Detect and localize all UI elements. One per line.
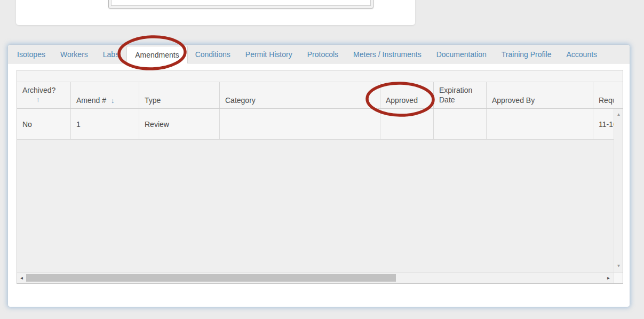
column-label: Archived?: [22, 86, 55, 94]
scroll-down-icon[interactable]: ▼: [614, 264, 623, 269]
cell-amend-num: 1: [70, 109, 139, 139]
upper-panel: [16, 0, 415, 25]
cell-expiration-date: [433, 109, 486, 139]
amendments-grid: Archived? ↑ Amend #↓ Type Category Appro…: [17, 70, 623, 284]
column-label: Approved: [386, 96, 418, 105]
vertical-scrollbar[interactable]: ▲ ▼: [614, 109, 623, 272]
scroll-up-icon[interactable]: ▲: [614, 112, 623, 117]
column-label: Type: [145, 96, 161, 105]
cell-requested: 11-16: [593, 109, 614, 139]
column-label: Approved By: [492, 96, 535, 105]
sort-desc-icon: ↓: [111, 97, 115, 105]
grid-toolbar: [17, 70, 623, 82]
grid-body: No 1 Review 11-16 ▲ ▼: [17, 109, 623, 272]
tab-training-profile[interactable]: Training Profile: [494, 46, 559, 63]
permit-details-panel: Isotopes Workers Labs Amendments Conditi…: [7, 44, 630, 307]
horizontal-scrollbar[interactable]: ◄ ►: [17, 272, 623, 283]
column-label: Expiration Date: [439, 86, 472, 104]
tab-conditions[interactable]: Conditions: [188, 46, 238, 63]
scroll-left-icon[interactable]: ◄: [17, 273, 26, 283]
column-header-amend-num[interactable]: Amend #↓: [70, 82, 139, 108]
upper-text-input[interactable]: [111, 0, 371, 6]
tab-protocols[interactable]: Protocols: [300, 46, 346, 63]
tab-workers[interactable]: Workers: [53, 46, 96, 63]
tab-isotopes[interactable]: Isotopes: [10, 46, 53, 63]
column-header-type[interactable]: Type: [139, 82, 219, 108]
horizontal-scroll-thumb[interactable]: [26, 274, 396, 282]
grid-header: Archived? ↑ Amend #↓ Type Category Appro…: [17, 82, 623, 109]
sort-asc-icon: ↑: [22, 95, 55, 105]
scroll-right-icon[interactable]: ►: [604, 273, 613, 283]
column-header-archived[interactable]: Archived? ↑: [17, 82, 70, 108]
page: { "top_panel": { "input_value": "" }, "t…: [0, 0, 644, 319]
grid-rows-area: No 1 Review 11-16: [17, 109, 614, 272]
tab-documentation[interactable]: Documentation: [429, 46, 494, 63]
column-label: Category: [225, 96, 256, 105]
column-header-category[interactable]: Category: [219, 82, 380, 108]
column-header-approved-by[interactable]: Approved By: [486, 82, 593, 108]
cell-category: [219, 109, 380, 139]
cell-approved: [380, 109, 433, 139]
tab-permit-history[interactable]: Permit History: [238, 46, 300, 63]
horizontal-scroll-track[interactable]: [26, 273, 604, 283]
header-scrollbar-spacer: [614, 82, 623, 108]
scrollbar-corner: [613, 273, 623, 283]
column-label: Amend #: [76, 96, 106, 105]
upper-input-frame: [108, 0, 373, 9]
tab-amendments[interactable]: Amendments: [126, 46, 187, 63]
tab-labs[interactable]: Labs: [96, 46, 126, 63]
column-label: Requ: [599, 96, 614, 105]
table-row[interactable]: No 1 Review 11-16: [17, 109, 614, 140]
column-header-expiration-date[interactable]: Expiration Date: [433, 82, 486, 108]
tabstrip: Isotopes Workers Labs Amendments Conditi…: [8, 45, 630, 63]
cell-type: Review: [139, 109, 219, 139]
tab-meters-instruments[interactable]: Meters / Instruments: [346, 46, 429, 63]
cell-approved-by: [486, 109, 593, 139]
column-header-requested[interactable]: Requ: [593, 82, 614, 108]
cell-archived: No: [17, 109, 70, 139]
tab-accounts[interactable]: Accounts: [559, 46, 605, 63]
column-header-approved[interactable]: Approved: [380, 82, 433, 108]
